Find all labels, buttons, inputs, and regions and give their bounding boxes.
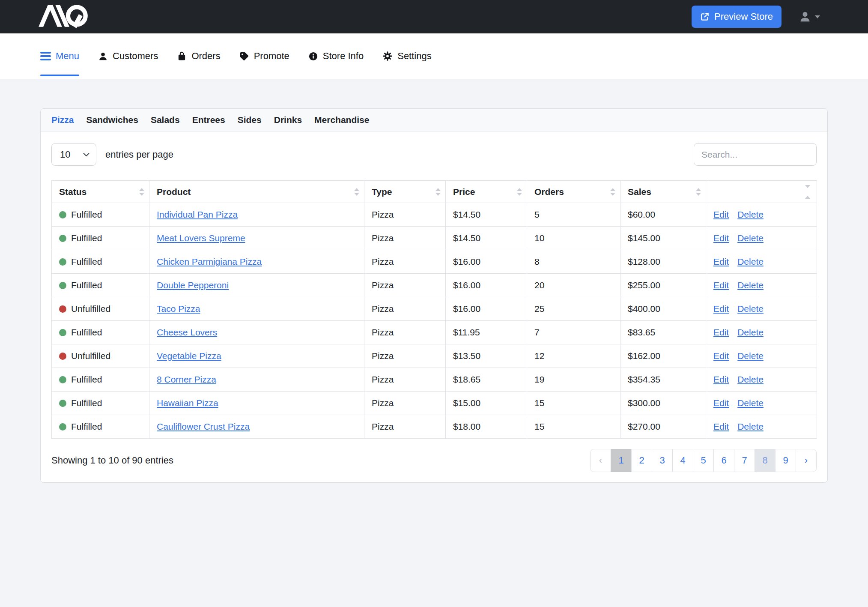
edit-link[interactable]: Edit — [713, 304, 729, 314]
nav-item-store-info[interactable]: Store Info — [308, 33, 364, 79]
nav-label: Menu — [56, 51, 79, 62]
category-tab[interactable]: Merchandise — [314, 115, 369, 125]
status-dot — [59, 423, 66, 431]
customers-icon — [98, 51, 108, 61]
product-cell: Meat Lovers Supreme — [149, 227, 364, 250]
category-tab[interactable]: Drinks — [274, 115, 302, 125]
price-cell: $18.65 — [446, 368, 527, 392]
product-link[interactable]: Vegetable Pizza — [157, 351, 221, 361]
edit-link[interactable]: Edit — [713, 257, 729, 266]
menu-card: PizzaSandwichesSaladsEntreesSidesDrinksM… — [40, 108, 828, 483]
orders-cell: 19 — [527, 368, 620, 392]
product-link[interactable]: Hawaiian Pizza — [157, 398, 218, 408]
column-header-actions[interactable] — [706, 181, 817, 203]
edit-link[interactable]: Edit — [713, 209, 729, 219]
delete-link[interactable]: Delete — [737, 327, 764, 337]
nav-label: Orders — [191, 51, 220, 62]
product-link[interactable]: Cauliflower Crust Pizza — [157, 422, 250, 431]
nav-item-customers[interactable]: Customers — [98, 33, 158, 79]
category-tab[interactable]: Entrees — [192, 115, 225, 125]
product-link[interactable]: Meat Lovers Supreme — [157, 233, 245, 243]
pagination-page[interactable]: 2 — [631, 449, 652, 472]
category-tab[interactable]: Sides — [238, 115, 262, 125]
edit-link[interactable]: Edit — [713, 374, 729, 384]
column-header-sales[interactable]: Sales — [620, 181, 706, 203]
nav-item-menu[interactable]: Menu — [40, 33, 79, 79]
entries-select[interactable]: 10 — [51, 143, 96, 166]
column-header-product[interactable]: Product — [149, 181, 364, 203]
pagination-page[interactable]: 1 — [611, 449, 632, 472]
sort-icon — [610, 188, 615, 196]
status-label: Fulfilled — [71, 280, 102, 290]
actions-cell: EditDelete — [706, 392, 817, 415]
delete-link[interactable]: Delete — [737, 304, 764, 314]
preview-store-button[interactable]: Preview Store — [692, 6, 781, 28]
logo-graphic — [38, 3, 89, 28]
delete-link[interactable]: Delete — [737, 257, 764, 266]
search-input[interactable] — [694, 143, 817, 166]
pagination-page[interactable]: 4 — [672, 449, 693, 472]
sales-cell: $60.00 — [620, 203, 706, 227]
column-header-orders[interactable]: Orders — [527, 181, 620, 203]
user-icon — [799, 10, 811, 23]
sales-cell: $270.00 — [620, 415, 706, 439]
product-cell: Cauliflower Crust Pizza — [149, 415, 364, 439]
pagination-page[interactable]: 7 — [734, 449, 755, 472]
nav-item-settings[interactable]: Settings — [382, 33, 432, 79]
edit-link[interactable]: Edit — [713, 327, 729, 337]
edit-link[interactable]: Edit — [713, 422, 729, 431]
pagination-page[interactable]: 5 — [693, 449, 714, 472]
delete-link[interactable]: Delete — [737, 233, 764, 243]
pagination-page[interactable]: 6 — [713, 449, 734, 472]
edit-link[interactable]: Edit — [713, 351, 729, 361]
delete-link[interactable]: Delete — [737, 374, 764, 384]
actions-cell: EditDelete — [706, 368, 817, 392]
pagination-page[interactable]: 8 — [755, 449, 776, 472]
status-dot — [59, 235, 66, 242]
category-tab[interactable]: Sandwiches — [87, 115, 138, 125]
type-cell: Pizza — [364, 274, 446, 297]
status-dot — [59, 305, 66, 313]
product-link[interactable]: Taco Pizza — [157, 304, 200, 314]
product-cell: Taco Pizza — [149, 297, 364, 321]
status-label: Fulfilled — [71, 422, 102, 431]
category-tab[interactable]: Salads — [151, 115, 180, 125]
category-tab[interactable]: Pizza — [51, 115, 74, 125]
status-dot — [59, 282, 66, 289]
status-cell: Unfulfilled — [52, 344, 149, 368]
delete-link[interactable]: Delete — [737, 398, 764, 408]
table-controls: 10 entries per page — [41, 132, 827, 166]
edit-link[interactable]: Edit — [713, 398, 729, 408]
store-info-icon — [308, 51, 318, 61]
delete-link[interactable]: Delete — [737, 209, 764, 219]
logo[interactable] — [38, 3, 89, 30]
product-link[interactable]: Individual Pan Pizza — [157, 209, 238, 219]
user-menu[interactable] — [799, 10, 820, 23]
product-link[interactable]: Chicken Parmigiana Pizza — [157, 257, 262, 266]
product-link[interactable]: 8 Corner Pizza — [157, 374, 216, 384]
column-header-type[interactable]: Type — [364, 181, 446, 203]
edit-link[interactable]: Edit — [713, 280, 729, 290]
status-cell: Fulfilled — [52, 250, 149, 274]
product-link[interactable]: Cheese Lovers — [157, 327, 217, 337]
column-header-status[interactable]: Status — [52, 181, 149, 203]
nav-item-orders[interactable]: Orders — [177, 33, 220, 79]
table-header-row: Status Product Type Price — [52, 181, 817, 203]
pagination-page[interactable]: 3 — [652, 449, 673, 472]
status-label: Fulfilled — [71, 398, 102, 408]
type-cell: Pizza — [364, 344, 446, 368]
delete-link[interactable]: Delete — [737, 351, 764, 361]
actions-cell: EditDelete — [706, 297, 817, 321]
edit-link[interactable]: Edit — [713, 233, 729, 243]
column-header-price[interactable]: Price — [446, 181, 527, 203]
pagination-next[interactable]: › — [796, 449, 817, 472]
nav-item-promote[interactable]: Promote — [239, 33, 289, 79]
pagination-page[interactable]: 9 — [775, 449, 796, 472]
status-cell: Fulfilled — [52, 368, 149, 392]
delete-link[interactable]: Delete — [737, 280, 764, 290]
delete-link[interactable]: Delete — [737, 422, 764, 431]
product-link[interactable]: Double Pepperoni — [157, 280, 229, 290]
orders-cell: 8 — [527, 250, 620, 274]
product-cell: Cheese Lovers — [149, 321, 364, 344]
pagination: ‹123456789› — [590, 449, 817, 472]
